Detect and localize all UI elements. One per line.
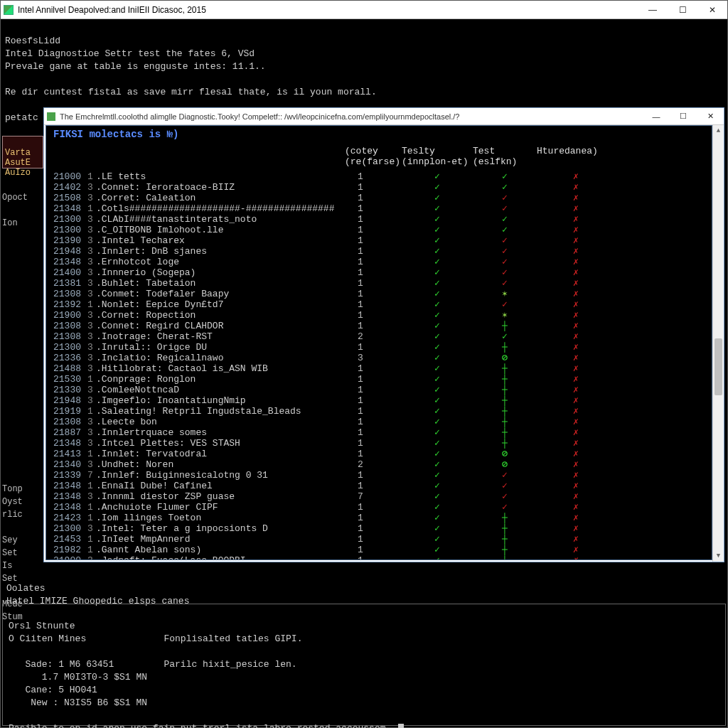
row-count: 1 [345,481,402,491]
result-row[interactable]: 215301.Conprage: Ronglon1✓┼✗ [53,374,706,385]
result-row[interactable]: 218873.Innlertrquace somes1✓┼✗ [53,427,706,438]
star-icon: ✶ [473,310,537,321]
outer-close-button[interactable]: ✕ [697,1,727,18]
result-row[interactable]: 219191.Saleating! Retpril Ingudstale_Ble… [53,406,706,417]
row-name: .InIeet MmpAnnerd [96,534,345,545]
inner-close-button[interactable]: ✕ [697,108,724,124]
result-row[interactable]: 213397.Innlef: Buiginnesicalotng 0 311✓✓… [53,470,706,481]
row-id: 21336 [53,353,87,363]
row-name: .Undhet: Noren [96,459,345,470]
x-icon: ✗ [537,171,615,182]
row-id: 21339 [53,470,87,481]
row-name: .Intel: Teter a g inpocsionts D [96,523,345,534]
row-count: 1 [345,502,402,513]
row-seq: 3 [87,193,96,203]
result-row[interactable]: 213481.EnnaIi Dube! Cafinel1✓✓✗ [53,481,706,491]
pass-icon: ✓ [402,406,473,417]
x-icon: ✗ [537,545,615,555]
scrollbar-thumb[interactable] [714,338,722,395]
bottom-panel: Orsl Stnunte O Ciiten Mines Fonplisalted… [2,604,726,726]
result-row[interactable]: 219483.Innlert: DnB sjanes1✓✓✗ [53,246,706,257]
result-row[interactable]: 213483.Ernhotcot loge1✓✓✗ [53,257,706,267]
row-seq: 1 [87,449,96,459]
col-header-testly: Teslty (innplon-et) [402,146,473,167]
row-seq: 1 [87,502,96,513]
result-row[interactable]: 213363.Inclatio: Regicallnawo3✓⊘✗ [53,353,706,363]
result-row[interactable]: 213083.Connet: Regird CLAHDOR1✓┼✗ [53,321,706,331]
dash-icon: ┼ [473,534,537,545]
pass-icon: ✓ [402,545,473,555]
result-row[interactable]: 210001.LE tetts1✓✓✗ [53,171,706,182]
bottom-panel-line: O Ciiten Mines Fonplisalted tatles GIPI. [9,633,302,644]
left-highlight-box: Varta AsutE AuIzo [2,136,43,168]
pass-icon: ✓ [402,299,473,310]
outer-title-text: Intel Annilvel Deapolved:and IniIEII Dic… [18,5,638,15]
result-row[interactable]: 213003.Intel: Teter a g inpocsionts D1✓┼… [53,523,706,534]
scrollbar-arrow-down-icon[interactable]: ▼ [713,550,724,562]
result-row[interactable]: 214023.Connet: Ieroratoace-BIIZ1✓✓✗ [53,182,706,193]
circle-icon: ⊘ [473,459,537,470]
outer-minimize-button[interactable]: — [638,1,668,18]
row-seq: 3 [87,395,96,406]
leftbox-line: AuIzo [5,168,31,178]
result-row[interactable]: 219003.Cornet: Ropection1✓✶✗ [53,310,706,321]
pass-icon: ✓ [402,289,473,299]
fail-icon: ✓ [473,491,537,502]
row-id: 21348 [53,203,87,214]
result-row[interactable]: 214131.Innlet: Tervatodral1✓⊘✗ [53,449,706,459]
result-row[interactable]: 213903.Inntel Techarex1✓✓✗ [53,235,706,246]
row-seq: 1 [87,374,96,385]
result-row[interactable]: 213813.Buhlet: Tabetaion1✓✓✗ [53,278,706,289]
col-header-count: (cotey (re(farse) [345,146,402,167]
side-label: rlic [2,510,23,520]
row-name: .Innnerio (Sogepa) [96,267,345,278]
row-count: 1 [345,427,402,438]
row-count: 1 [345,395,402,406]
outer-maximize-button[interactable]: ☐ [668,1,697,18]
result-row[interactable]: 213083.Inotrage: Cherat-RST2✓✓✗ [53,331,706,342]
inner-scrollbar[interactable]: ▲ ▼ [712,125,724,562]
result-row[interactable]: 213481.Anchuiote Flumer CIPF1✓✓✗ [53,502,706,513]
result-row[interactable]: 213003.C_OITBONB Imlohoot.lle1✓✓✗ [53,225,706,235]
row-seq: 1 [87,534,96,545]
pass-icon: ✓ [402,171,473,182]
row-seq: 3 [87,417,96,427]
result-row[interactable]: 215083.Corret: Caleation1✓✓✗ [53,193,706,203]
row-count: 1 [345,289,402,299]
cursor-icon [398,724,404,728]
scrollbar-arrow-up-icon[interactable]: ▲ [713,125,724,136]
outer-titlebar: Intel Annilvel Deapolved:and IniIEII Dic… [1,1,727,19]
result-row[interactable]: 213403.Undhet: Noren2✓⊘✗ [53,459,706,470]
row-count: 3 [345,353,402,363]
result-row[interactable]: 213481.Cotls####################-#######… [53,203,706,214]
result-row[interactable]: 213083.Leecte bon1✓┼✗ [53,417,706,427]
result-row[interactable]: 219003.Jodneft: Fuace(Lase BOODBI1✓┼✗ [53,555,706,560]
row-name: .ComleeNottncaD [96,385,345,395]
row-seq: 3 [87,438,96,449]
x-icon: ✗ [537,193,615,203]
result-row[interactable]: 214003.Innnerio (Sogepa)1✓✓✗ [53,267,706,278]
x-icon: ✗ [537,449,615,459]
pass-icon: ✓ [402,225,473,235]
inner-titlebar[interactable]: The Emchrelmtll.coolothd alimglle Diagno… [44,108,724,125]
inner-minimize-button[interactable]: — [643,108,670,124]
result-row[interactable]: 214531.InIeet MmpAnnerd1✓┼✗ [53,534,706,545]
row-id: 21300 [53,342,87,353]
result-row[interactable]: 214883.Hitllobrat: Cactaol is_ASN WIB1✓┼… [53,363,706,374]
result-row[interactable]: 213483.Innnml diestor ZSP guase7✓✓✗ [53,491,706,502]
row-seq: 3 [87,235,96,246]
pass-icon: ✓ [402,374,473,385]
result-row[interactable]: 219821.Gannt Abelan sons)1✓┼✗ [53,545,706,555]
result-row[interactable]: 213921.Nonlet: Eepice Dyn£td71✓✓✗ [53,299,706,310]
row-id: 21308 [53,321,87,331]
inner-maximize-button[interactable]: ☐ [670,108,697,124]
result-row[interactable]: 213483.Intcel Plettes: VES STASH1✓┼✗ [53,438,706,449]
circle-icon: ⊘ [473,353,537,363]
result-row[interactable]: 213003.CLAbI####tanastinterats_noto1✓✓✗ [53,214,706,225]
result-row[interactable]: 214231.Iom llinges Toeton1✓┼✗ [53,513,706,523]
result-row[interactable]: 213003.Inrutal:: Origce DU1✓┼✗ [53,342,706,353]
row-id: 21948 [53,395,87,406]
result-row[interactable]: 213303.ComleeNottncaD1✓┼✗ [53,385,706,395]
result-row[interactable]: 219483.Imgeeflo: InoantatiungNmip1✓┼✗ [53,395,706,406]
result-row[interactable]: 213083.Conmet: Todefaler Baapy1✓✶✗ [53,289,706,299]
